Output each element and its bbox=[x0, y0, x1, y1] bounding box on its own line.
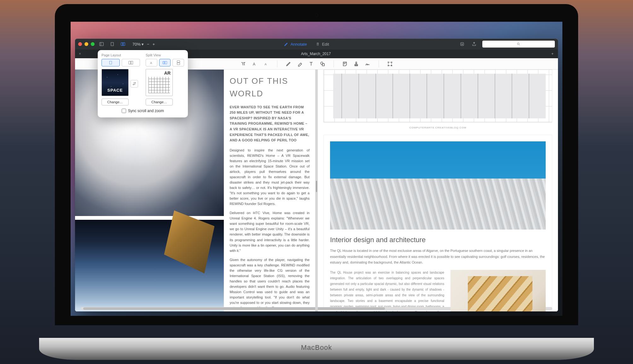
split-view-popover: Page Layout SPACE Chang bbox=[98, 50, 188, 117]
interior-intro: The QL House is located in one of the mo… bbox=[330, 248, 546, 265]
sync-label: Sync scroll and zoom bbox=[128, 109, 164, 113]
svg-rect-19 bbox=[131, 61, 133, 64]
annotate-label: Annotate bbox=[290, 42, 307, 47]
change-left-button[interactable]: Change… bbox=[102, 99, 129, 105]
svg-rect-23 bbox=[177, 61, 179, 63]
article-intro: EVER WANTED TO SEE THE EARTH FROM 250 MI… bbox=[229, 105, 310, 143]
split-view-label: Split View bbox=[146, 53, 184, 57]
site-url: COMPUTERARTS.CREATIVEBLOQ.COM bbox=[318, 126, 558, 129]
left-text-column: OUT OF THIS WORLD EVER WANTED TO SEE THE… bbox=[224, 70, 315, 311]
split-view-segment: A bbox=[146, 59, 184, 66]
left-thumbnail: SPACE bbox=[102, 69, 129, 96]
zoom-out-button[interactable]: − bbox=[147, 42, 149, 47]
minimize-button[interactable] bbox=[84, 42, 88, 46]
svg-rect-2 bbox=[111, 43, 113, 46]
sync-checkbox[interactable] bbox=[122, 109, 126, 113]
camera-dot bbox=[315, 14, 318, 17]
titlebar: 70% ▾ − + Annotate bbox=[75, 39, 558, 49]
right-document-page: COMPUTERARTS.CREATIVEBLOQ.COM Interior d… bbox=[318, 70, 558, 311]
svg-point-15 bbox=[388, 65, 388, 66]
selection-icon[interactable] bbox=[386, 60, 393, 67]
macbook-base: MacBook bbox=[39, 338, 594, 360]
svg-rect-24 bbox=[177, 63, 179, 65]
horizontal-scrollbar[interactable] bbox=[81, 307, 315, 310]
new-tab-button[interactable]: + bbox=[547, 52, 558, 56]
font-increase-icon[interactable]: A bbox=[251, 60, 258, 67]
maximize-button[interactable] bbox=[91, 42, 95, 46]
tab-close-button[interactable]: × bbox=[75, 52, 85, 56]
page-layout-column: Page Layout SPACE Chang bbox=[102, 53, 140, 105]
svg-point-14 bbox=[391, 62, 392, 62]
zoom-in-button[interactable]: + bbox=[153, 42, 155, 47]
stamp-icon[interactable] bbox=[353, 60, 360, 67]
right-pane[interactable]: COMPUTERARTS.CREATIVEBLOQ.COM Interior d… bbox=[318, 70, 558, 311]
search-input[interactable] bbox=[482, 41, 555, 48]
pencil-icon[interactable] bbox=[285, 60, 292, 67]
shapes-icon[interactable] bbox=[319, 60, 326, 67]
single-page-icon[interactable] bbox=[108, 41, 116, 47]
split-vertical-option[interactable] bbox=[172, 59, 184, 66]
note-icon[interactable] bbox=[341, 60, 348, 67]
page-layout-label: Page Layout bbox=[102, 53, 140, 57]
svg-rect-0 bbox=[100, 43, 103, 46]
separator bbox=[334, 60, 334, 67]
edit-label: Edit bbox=[322, 42, 329, 47]
search-icon bbox=[517, 42, 520, 46]
sync-scroll-zoom[interactable]: Sync scroll and zoom bbox=[102, 109, 184, 113]
sidebar-toggle-icon[interactable] bbox=[98, 41, 105, 47]
toolbar-center: Annotate Edit bbox=[284, 42, 329, 47]
svg-point-10 bbox=[321, 62, 323, 65]
close-button[interactable] bbox=[78, 42, 82, 46]
architecture-photo bbox=[330, 141, 546, 230]
svg-text:A: A bbox=[253, 62, 255, 66]
zoom-dropdown[interactable]: 70% ▾ bbox=[132, 42, 144, 47]
macbook-label: MacBook bbox=[39, 338, 594, 352]
text-tool-icon[interactable] bbox=[308, 60, 315, 67]
font-decrease-icon[interactable]: A bbox=[263, 60, 270, 67]
two-page-option[interactable] bbox=[122, 59, 140, 66]
signature-icon[interactable] bbox=[364, 60, 371, 67]
toolbar-right bbox=[458, 41, 555, 48]
svg-line-7 bbox=[519, 45, 520, 46]
body-paragraph: Delivered on HTC Vive, Home was created … bbox=[229, 210, 310, 253]
architecture-elevation-drawing bbox=[323, 70, 552, 122]
split-divider[interactable] bbox=[315, 70, 318, 311]
share-icon[interactable] bbox=[470, 41, 478, 47]
interior-headline: Interior design and architecture bbox=[330, 236, 546, 244]
eraser-icon[interactable] bbox=[296, 60, 303, 67]
split-off-option[interactable]: A bbox=[146, 59, 157, 66]
text-style-icon[interactable] bbox=[240, 60, 247, 67]
zoom-value: 70% bbox=[132, 42, 141, 47]
svg-rect-17 bbox=[110, 61, 112, 64]
satellite-image bbox=[75, 220, 224, 311]
body-paragraph: Designed to inspire the next generation … bbox=[229, 148, 310, 207]
body-paragraph: Given the autonomy of the player, naviga… bbox=[229, 257, 310, 311]
svg-point-6 bbox=[517, 43, 519, 45]
svg-rect-3 bbox=[121, 43, 123, 45]
swap-documents-button[interactable] bbox=[131, 80, 138, 88]
interior-row: The QL House project was an exercise in … bbox=[330, 270, 546, 311]
svg-point-13 bbox=[388, 62, 388, 62]
edit-button[interactable]: Edit bbox=[316, 42, 329, 47]
thumb-label: SPACE bbox=[107, 88, 123, 93]
svg-rect-18 bbox=[129, 61, 131, 64]
svg-rect-12 bbox=[388, 62, 392, 65]
svg-point-16 bbox=[391, 65, 392, 66]
article-headline: OUT OF THIS WORLD bbox=[229, 75, 310, 100]
split-horizontal-option[interactable] bbox=[159, 59, 171, 66]
import-icon[interactable] bbox=[458, 41, 466, 47]
split-view-icon[interactable] bbox=[119, 41, 127, 47]
page-layout-segment bbox=[102, 59, 140, 66]
screen: 70% ▾ − + Annotate bbox=[71, 22, 562, 316]
separator bbox=[277, 60, 277, 67]
svg-rect-22 bbox=[165, 61, 167, 64]
single-page-option[interactable] bbox=[102, 59, 120, 66]
change-right-button[interactable]: Change… bbox=[146, 99, 173, 105]
staircase-photo bbox=[450, 270, 546, 311]
macbook-frame: 70% ▾ − + Annotate bbox=[39, 4, 594, 360]
right-thumbnail bbox=[146, 69, 173, 96]
separator bbox=[379, 60, 379, 67]
annotate-button[interactable]: Annotate bbox=[284, 42, 307, 47]
app-window: 70% ▾ − + Annotate bbox=[75, 39, 558, 311]
screen-bezel: 70% ▾ − + Annotate bbox=[55, 4, 578, 325]
